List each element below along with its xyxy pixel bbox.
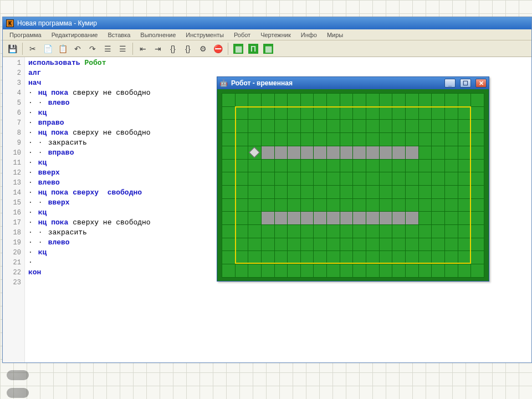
grid-cell[interactable] xyxy=(314,159,327,172)
grid-cell[interactable] xyxy=(471,133,484,146)
grid-cell[interactable] xyxy=(235,94,248,107)
field1-icon[interactable]: ▦ xyxy=(231,42,245,55)
save-icon[interactable]: 💾 xyxy=(5,42,19,55)
grid-cell[interactable] xyxy=(261,238,274,251)
grid-cell[interactable] xyxy=(327,251,340,264)
grid-cell[interactable] xyxy=(458,120,471,133)
grid-cell[interactable] xyxy=(288,238,301,251)
grid-cell[interactable] xyxy=(432,106,445,120)
grid-cell[interactable] xyxy=(405,106,418,120)
menu-программа[interactable]: Программа xyxy=(5,30,46,39)
grid-cell[interactable] xyxy=(288,94,301,107)
grid-cell[interactable] xyxy=(327,106,340,120)
grid-cell[interactable] xyxy=(432,94,445,107)
close-button[interactable]: ✕ xyxy=(475,79,487,88)
grid-cell[interactable] xyxy=(222,172,236,186)
grid-cell[interactable] xyxy=(353,251,366,264)
grid-cell[interactable] xyxy=(235,212,248,225)
grid-cell[interactable] xyxy=(432,159,445,172)
grid-cell[interactable] xyxy=(405,185,418,198)
grid-cell[interactable] xyxy=(379,212,392,225)
grid-cell[interactable] xyxy=(444,133,458,146)
grid-cell[interactable] xyxy=(405,198,418,212)
grid-cell[interactable] xyxy=(392,120,406,133)
cut-icon[interactable]: ✂ xyxy=(25,42,40,55)
grid-cell[interactable] xyxy=(471,224,484,238)
grid-cell[interactable] xyxy=(314,133,327,146)
grid-cell[interactable] xyxy=(327,212,340,225)
grid-cell[interactable] xyxy=(458,212,471,225)
menu-вставка[interactable]: Вставка xyxy=(103,30,135,39)
grid-cell[interactable] xyxy=(340,212,353,225)
grid-cell[interactable] xyxy=(222,120,236,133)
grid-cell[interactable] xyxy=(222,198,236,212)
grid-cell[interactable] xyxy=(379,264,392,278)
grid-cell[interactable] xyxy=(274,238,288,251)
grid-cell[interactable] xyxy=(222,212,236,225)
grid-cell[interactable] xyxy=(300,198,314,212)
grid-cell[interactable] xyxy=(235,185,248,198)
maximize-button[interactable]: ☐ xyxy=(460,79,471,88)
menu-инструменты[interactable]: Инструменты xyxy=(181,30,228,39)
grid-cell[interactable] xyxy=(327,185,340,198)
grid-cell[interactable] xyxy=(353,133,366,146)
grid-cell[interactable] xyxy=(261,224,274,238)
grid-cell[interactable] xyxy=(432,264,445,278)
grid-cell[interactable] xyxy=(235,159,248,172)
grid-cell[interactable] xyxy=(405,224,418,238)
grid-cell[interactable] xyxy=(379,185,392,198)
grid-cell[interactable] xyxy=(418,146,432,159)
grid-cell[interactable] xyxy=(340,159,353,172)
grid-cell[interactable] xyxy=(327,264,340,278)
grid-cell[interactable] xyxy=(392,106,406,120)
field3-icon[interactable]: ▦ xyxy=(261,42,275,55)
grid-cell[interactable] xyxy=(471,185,484,198)
grid-cell[interactable] xyxy=(379,238,392,251)
grid-cell[interactable] xyxy=(274,146,288,159)
grid-cell[interactable] xyxy=(353,146,366,159)
grid-cell[interactable] xyxy=(274,159,288,172)
grid-cell[interactable] xyxy=(444,172,458,186)
grid-cell[interactable] xyxy=(248,133,262,146)
grid-cell[interactable] xyxy=(340,264,353,278)
grid-cell[interactable] xyxy=(379,172,392,186)
grid-cell[interactable] xyxy=(340,185,353,198)
grid-cell[interactable] xyxy=(353,172,366,186)
grid-cell[interactable] xyxy=(235,264,248,278)
grid-cell[interactable] xyxy=(340,224,353,238)
grid-cell[interactable] xyxy=(392,159,406,172)
grid-cell[interactable] xyxy=(353,198,366,212)
grid-cell[interactable] xyxy=(471,172,484,186)
grid-cell[interactable] xyxy=(366,212,380,225)
grid-cell[interactable] xyxy=(235,224,248,238)
grid-cell[interactable] xyxy=(458,94,471,107)
grid-cell[interactable] xyxy=(392,251,406,264)
grid-cell[interactable] xyxy=(418,106,432,120)
grid-cell[interactable] xyxy=(392,146,406,159)
indent-out-icon[interactable]: ⇥ xyxy=(151,42,165,55)
grid-cell[interactable] xyxy=(432,238,445,251)
copy-icon[interactable]: 📄 xyxy=(40,42,55,55)
grid-cell[interactable] xyxy=(366,224,380,238)
robot-window-titlebar[interactable]: 🤖 Робот - временная _ ☐ ✕ xyxy=(217,77,489,89)
field2-icon[interactable]: П xyxy=(246,42,260,55)
grid-cell[interactable] xyxy=(366,238,380,251)
grid-cell[interactable] xyxy=(261,212,274,225)
stop-icon[interactable]: ⛔ xyxy=(211,42,225,55)
grid-cell[interactable] xyxy=(222,159,236,172)
grid-cell[interactable] xyxy=(274,185,288,198)
grid-cell[interactable] xyxy=(471,198,484,212)
grid-cell[interactable] xyxy=(235,106,248,120)
grid-cell[interactable] xyxy=(248,212,262,225)
grid-cell[interactable] xyxy=(432,224,445,238)
grid-cell[interactable] xyxy=(418,238,432,251)
grid-cell[interactable] xyxy=(418,94,432,107)
grid-cell[interactable] xyxy=(300,146,314,159)
grid-cell[interactable] xyxy=(471,264,484,278)
grid-cell[interactable] xyxy=(392,224,406,238)
grid-cell[interactable] xyxy=(366,159,380,172)
grid-cell[interactable] xyxy=(300,133,314,146)
grid-cell[interactable] xyxy=(274,172,288,186)
grid-cell[interactable] xyxy=(274,133,288,146)
grid-cell[interactable] xyxy=(235,251,248,264)
